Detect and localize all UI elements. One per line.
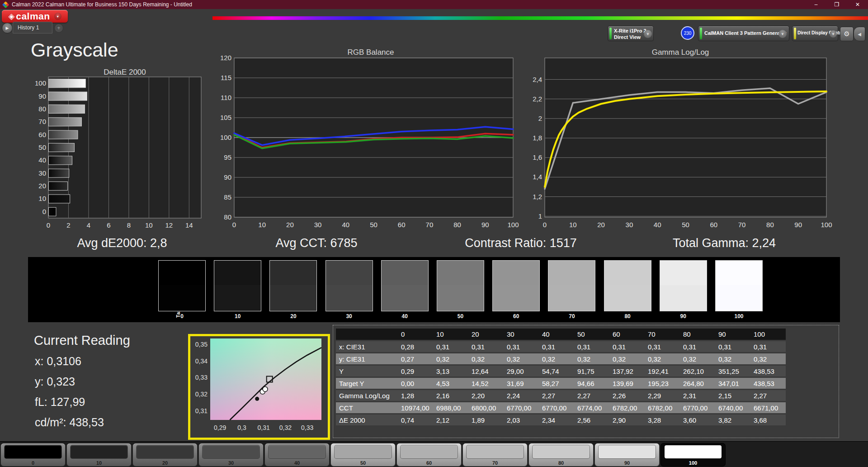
svg-text:1,2: 1,2 bbox=[533, 193, 542, 200]
results-table: 0102030405060708090100x: CIE310,280,310,… bbox=[336, 327, 786, 427]
swatch-level-label: 60 bbox=[492, 313, 540, 319]
svg-text:0,33: 0,33 bbox=[195, 374, 208, 381]
pattern-swatch bbox=[401, 445, 458, 458]
svg-text:10: 10 bbox=[145, 221, 153, 229]
pattern-level-button-100[interactable]: 100 bbox=[661, 443, 725, 466]
pattern-level-label: 0 bbox=[1, 460, 65, 466]
target-swatch bbox=[660, 285, 707, 311]
display-control-dropdown[interactable]: Direct Display Control ▼ bbox=[792, 26, 838, 41]
svg-text:0,29: 0,29 bbox=[214, 424, 226, 431]
stat-avg-cct: Avg CCT: 6785 bbox=[240, 236, 393, 250]
pattern-swatch bbox=[269, 445, 326, 458]
target-swatch bbox=[270, 285, 316, 311]
deltae-chart: 024681012141009080706050403020100 bbox=[32, 76, 204, 232]
svg-text:100: 100 bbox=[507, 221, 519, 228]
pattern-level-label: 10 bbox=[67, 460, 131, 466]
svg-text:90: 90 bbox=[481, 221, 489, 228]
table-row: Gamma Log/Log1,282,162,202,242,272,272,2… bbox=[336, 390, 786, 401]
actual-swatch bbox=[716, 261, 762, 285]
svg-text:50: 50 bbox=[682, 221, 689, 228]
pattern-level-label: 60 bbox=[397, 460, 461, 466]
svg-text:0,31: 0,31 bbox=[258, 424, 270, 431]
table-row: Target Y0,004,5314,5231,6958,2794,66139,… bbox=[336, 378, 786, 389]
target-swatch bbox=[159, 285, 205, 311]
svg-text:20: 20 bbox=[286, 221, 294, 228]
source-label: CalMAN Client 3 Pattern Generator bbox=[704, 30, 787, 36]
target-swatch bbox=[382, 285, 428, 311]
actual-swatch bbox=[437, 261, 484, 285]
pattern-level-button-40[interactable]: 40 bbox=[265, 443, 329, 466]
swatch-level-label: 100 bbox=[715, 313, 763, 319]
grayscale-swatch-0 bbox=[158, 260, 206, 311]
pattern-level-button-80[interactable]: 80 bbox=[529, 443, 593, 466]
pattern-level-label: 90 bbox=[595, 460, 659, 466]
svg-text:8: 8 bbox=[127, 221, 131, 229]
pattern-level-button-90[interactable]: 90 bbox=[595, 443, 659, 466]
svg-text:90: 90 bbox=[794, 221, 802, 228]
svg-text:40: 40 bbox=[38, 156, 46, 164]
pattern-level-label: 80 bbox=[529, 460, 593, 466]
svg-text:50: 50 bbox=[38, 143, 46, 151]
page-title: Grayscale bbox=[31, 39, 118, 61]
pattern-level-label: 100 bbox=[661, 460, 725, 466]
chevron-down-icon[interactable]: ▼ bbox=[644, 30, 652, 38]
svg-text:110: 110 bbox=[221, 94, 231, 101]
svg-text:2: 2 bbox=[66, 221, 70, 229]
svg-text:0: 0 bbox=[42, 208, 46, 215]
pattern-level-button-0[interactable]: 0 bbox=[1, 443, 65, 466]
collapse-panel-button[interactable]: ◀ bbox=[854, 27, 865, 41]
calman-menu-button[interactable]: ◈ calman ▼ bbox=[2, 10, 68, 23]
svg-text:0: 0 bbox=[47, 221, 50, 229]
svg-text:0: 0 bbox=[232, 221, 236, 228]
svg-text:50: 50 bbox=[370, 221, 377, 228]
results-table-selection[interactable]: 0102030405060708090100x: CIE310,280,310,… bbox=[333, 325, 839, 438]
tab-history-1[interactable]: History 1 bbox=[13, 22, 52, 33]
pattern-swatch bbox=[137, 445, 193, 458]
meter-reading-count-badge[interactable]: 230 bbox=[681, 26, 694, 40]
pattern-level-button-60[interactable]: 60 bbox=[397, 443, 461, 466]
svg-text:120: 120 bbox=[221, 54, 231, 62]
pattern-swatch bbox=[467, 445, 524, 458]
swatch-level-label: 20 bbox=[269, 313, 317, 319]
meter-dropdown[interactable]: X-Rite i1Pro 2Direct View ▼ bbox=[608, 26, 654, 41]
settings-button[interactable]: ⚙ bbox=[840, 27, 854, 41]
svg-text:100: 100 bbox=[821, 221, 832, 228]
target-swatch bbox=[214, 285, 261, 311]
reading-x: x: 0,3106 bbox=[35, 355, 81, 368]
svg-text:1,4: 1,4 bbox=[533, 173, 542, 181]
svg-text:0,31: 0,31 bbox=[195, 407, 208, 415]
workspace-expander-button[interactable]: ▶ bbox=[2, 23, 13, 33]
pattern-level-button-30[interactable]: 30 bbox=[199, 443, 263, 466]
pattern-level-button-10[interactable]: 10 bbox=[67, 443, 131, 466]
svg-text:2,2: 2,2 bbox=[533, 95, 542, 103]
pattern-level-button-20[interactable]: 20 bbox=[133, 443, 197, 466]
plus-icon: + bbox=[57, 25, 60, 31]
chevron-down-icon[interactable]: ▼ bbox=[54, 13, 61, 20]
stat-contrast-ratio: Contrast Ratio: 1517 bbox=[434, 236, 608, 250]
cie-reference-dot bbox=[255, 397, 259, 401]
actual-swatch bbox=[214, 261, 261, 285]
calman-logo-label: calman bbox=[16, 12, 50, 21]
minimize-button[interactable]: – bbox=[806, 0, 826, 9]
svg-text:60: 60 bbox=[398, 221, 406, 228]
svg-text:20: 20 bbox=[597, 221, 605, 228]
chevron-right-icon: ▶ bbox=[6, 26, 9, 30]
close-button[interactable]: ✕ bbox=[847, 0, 868, 9]
reading-y: y: 0,323 bbox=[35, 375, 75, 388]
pattern-swatch bbox=[665, 445, 722, 458]
chevron-down-icon[interactable]: ▼ bbox=[778, 30, 787, 38]
swatch-level-label: 40 bbox=[381, 313, 429, 319]
display-status-bar bbox=[794, 28, 796, 39]
pattern-level-button-70[interactable]: 70 bbox=[463, 443, 527, 466]
pattern-level-button-50[interactable]: 50 bbox=[331, 443, 395, 466]
maximize-button[interactable]: ❐ bbox=[826, 0, 847, 9]
add-tab-button[interactable]: + bbox=[54, 24, 63, 33]
svg-text:30: 30 bbox=[626, 221, 633, 228]
app-logo-icon bbox=[2, 1, 9, 8]
grayscale-swatch-60 bbox=[492, 260, 540, 311]
swatch-level-label: 70 bbox=[548, 313, 595, 319]
chevron-down-icon[interactable]: ▼ bbox=[830, 30, 837, 38]
svg-text:40: 40 bbox=[342, 221, 349, 228]
pattern-level-label: 40 bbox=[265, 460, 329, 466]
source-dropdown[interactable]: CalMAN Client 3 Pattern Generator ▼ bbox=[698, 26, 789, 41]
